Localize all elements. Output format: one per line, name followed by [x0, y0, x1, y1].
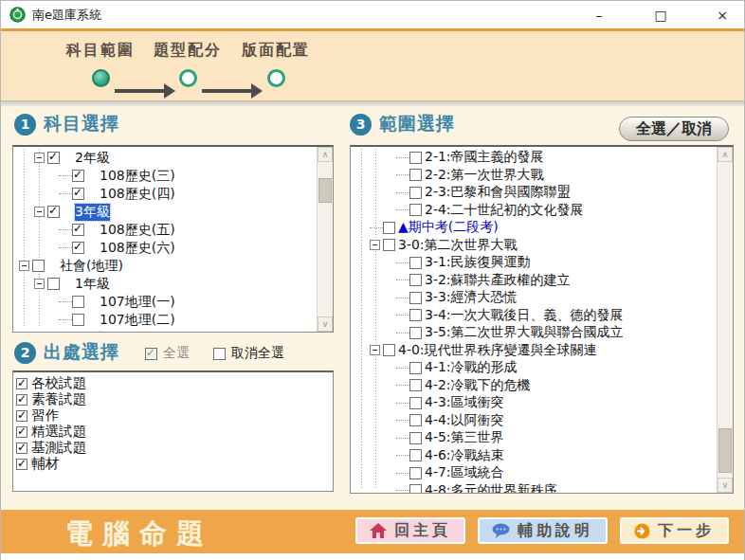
checkbox-icon[interactable] [72, 188, 84, 200]
minimize-icon[interactable]: – [589, 8, 609, 23]
tree-item[interactable]: 108歷史(三) [13, 167, 317, 185]
checkbox-icon[interactable] [409, 169, 422, 181]
checkbox-icon[interactable] [409, 432, 422, 444]
checkbox-icon[interactable] [409, 257, 422, 269]
vertical-scrollbar[interactable]: ∧ ∨ [317, 147, 333, 332]
tree-item[interactable]: 4-1:冷戰的形成 [351, 359, 717, 377]
collapse-icon[interactable] [370, 240, 380, 250]
tree-item[interactable]: 4-6:冷戰結束 [351, 447, 717, 465]
collapse-icon[interactable] [34, 207, 45, 217]
select-all-checkbox[interactable]: 全選 [145, 345, 190, 362]
tree-item[interactable]: 4-3:區域衝突 [351, 394, 717, 412]
step-circle-icon[interactable] [179, 69, 197, 87]
checkbox-icon[interactable] [409, 274, 422, 286]
next-step-button[interactable]: 下一步 [620, 517, 729, 544]
tree-item[interactable]: 4-8:多元的世界新秩序 [351, 482, 717, 494]
checkbox-icon[interactable] [409, 449, 422, 461]
list-item[interactable]: 各校試題 [16, 375, 333, 391]
collapse-icon[interactable] [34, 279, 45, 289]
tree-item[interactable]: 2年級 [13, 329, 317, 332]
tree-item[interactable]: 3-2:蘇聯共產政權的建立 [351, 272, 717, 290]
tree-item[interactable]: 2-1:帝國主義的發展 [351, 149, 717, 167]
tree-item[interactable]: 4-2:冷戰下的危機 [351, 377, 717, 395]
tree-item[interactable]: 3年級 [13, 203, 317, 221]
checkbox-icon[interactable] [409, 362, 422, 374]
scroll-down-icon[interactable]: ∨ [718, 478, 733, 493]
checkbox-icon[interactable] [16, 410, 27, 422]
checkbox-icon[interactable] [409, 484, 422, 493]
tree-item[interactable]: 社會(地理) [13, 257, 317, 275]
checkbox-icon[interactable] [72, 170, 84, 182]
tree-item[interactable]: 108歷史(四) [13, 185, 317, 203]
checkbox-icon[interactable] [409, 309, 422, 321]
checkbox-icon[interactable] [409, 327, 422, 339]
tree-item[interactable]: 1年級 [13, 275, 317, 293]
checkbox-icon[interactable] [72, 296, 84, 308]
checkbox-icon[interactable] [16, 443, 27, 454]
checkbox-icon[interactable] [72, 224, 84, 236]
collapse-icon[interactable] [370, 345, 380, 355]
checkbox-icon[interactable] [409, 397, 422, 409]
checkbox-icon[interactable] [409, 204, 422, 216]
checkbox-icon[interactable] [72, 314, 84, 326]
checkbox-icon[interactable] [213, 348, 226, 360]
tree-item[interactable]: 4-5:第三世界 [351, 429, 717, 447]
checkbox-icon[interactable] [32, 260, 45, 272]
tree-item[interactable]: 2-2:第一次世界大戰 [351, 167, 717, 185]
scrollbar-thumb[interactable] [318, 178, 332, 203]
checkbox-icon[interactable] [409, 187, 422, 199]
list-item[interactable]: 基測試題 [16, 440, 333, 456]
tree-item[interactable]: 107地理(二) [13, 311, 317, 329]
tree-item[interactable]: 3-0:第二次世界大戰 [351, 237, 717, 255]
scroll-up-icon[interactable]: ∧ [318, 147, 333, 162]
list-item[interactable]: 精選試題 [16, 424, 333, 440]
checkbox-icon[interactable] [16, 378, 27, 389]
checkbox-icon[interactable] [72, 242, 84, 254]
step-circle-icon[interactable] [267, 69, 285, 87]
checkbox-icon[interactable] [409, 379, 422, 391]
tree-item[interactable]: 2-4:二十世紀初的文化發展 [351, 202, 717, 220]
scroll-up-icon[interactable]: ∧ [718, 147, 733, 162]
vertical-scrollbar[interactable]: ∧ ∨ [717, 147, 733, 493]
checkbox-icon[interactable] [47, 206, 60, 218]
tree-item[interactable]: 4-7:區域統合 [351, 464, 717, 482]
tree-item[interactable]: 3-1:民族復興運動 [351, 254, 717, 272]
checkbox-icon[interactable] [409, 467, 422, 479]
deselect-all-checkbox[interactable]: 取消全選 [213, 345, 284, 362]
tree-item[interactable]: 4-4:以阿衝突 [351, 412, 717, 430]
tree-item[interactable]: 107地理(一) [13, 293, 317, 311]
checkbox-icon[interactable] [47, 278, 60, 290]
scroll-down-icon[interactable]: ∨ [318, 316, 333, 332]
maximize-icon[interactable]: □ [650, 8, 671, 23]
checkbox-icon[interactable] [16, 394, 27, 406]
help-button[interactable]: 輔助說明 [478, 517, 608, 544]
close-icon[interactable]: × [712, 8, 733, 23]
checkbox-icon[interactable] [47, 152, 60, 164]
tree-item[interactable]: 2年級 [13, 149, 317, 167]
collapse-icon[interactable] [34, 153, 45, 163]
list-item[interactable]: 習作 [16, 407, 333, 424]
tree-item[interactable]: 2-3:巴黎和會與國際聯盟 [351, 184, 717, 202]
tree-item[interactable]: 3-4:一次大戰後日、義、德的發展 [351, 307, 717, 325]
checkbox-icon[interactable] [409, 414, 422, 426]
tree-item[interactable]: 108歷史(六) [13, 239, 317, 257]
select-all-toggle-button[interactable]: 全選／取消 [619, 117, 729, 141]
step-circle-active-icon[interactable] [92, 69, 110, 87]
checkbox-icon[interactable] [409, 292, 422, 304]
checkbox-icon[interactable] [383, 239, 395, 251]
collapse-icon[interactable] [19, 261, 29, 271]
checkbox-icon[interactable] [409, 152, 422, 164]
list-item[interactable]: 素養試題 [16, 391, 333, 407]
tree-item[interactable]: 108歷史(五) [13, 221, 317, 239]
tree-item[interactable]: 4-0:現代世界秩序變遷與全球關連 [351, 342, 717, 360]
scrollbar-thumb[interactable] [718, 428, 732, 473]
home-button[interactable]: 回主頁 [355, 517, 465, 544]
checkbox-icon[interactable] [16, 426, 27, 438]
list-item[interactable]: 輔材 [16, 456, 333, 472]
checkbox-icon[interactable] [145, 348, 157, 360]
checkbox-icon[interactable] [383, 344, 395, 356]
checkbox-icon[interactable] [16, 459, 27, 470]
tree-item[interactable]: 3-5:第二次世界大戰與聯合國成立 [351, 324, 717, 342]
tree-item[interactable]: 3-3:經濟大恐慌 [351, 289, 717, 307]
checkbox-icon[interactable] [383, 222, 395, 234]
